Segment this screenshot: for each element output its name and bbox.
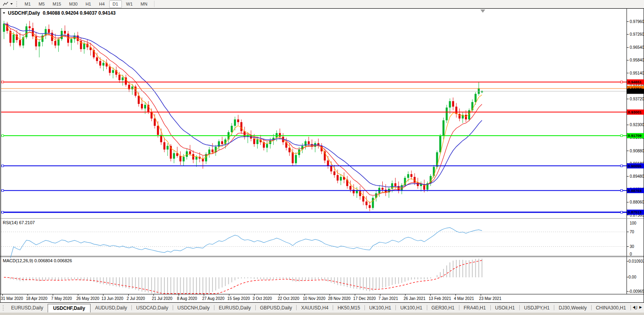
tab-audusd-daily-2[interactable]: AUDUSD,Daily xyxy=(91,303,131,312)
svg-text:10 Nov 2020: 10 Nov 2020 xyxy=(303,296,326,301)
tab-eurusd-daily-5[interactable]: EURUSD,Daily xyxy=(214,303,255,312)
svg-text:0.87513: 0.87513 xyxy=(628,210,642,214)
svg-text:7 May 2020: 7 May 2020 xyxy=(51,296,72,301)
svg-text:21 Jul 2020: 21 Jul 2020 xyxy=(152,296,172,301)
svg-text:0.90055: 0.90055 xyxy=(628,164,642,168)
tab-uk100-h1-10[interactable]: UK100,H1 xyxy=(396,303,426,312)
svg-text:3 Oct 2020: 3 Oct 2020 xyxy=(253,296,272,301)
svg-text:23 Mar 2021: 23 Mar 2021 xyxy=(479,296,502,301)
svg-text:0: 0 xyxy=(630,252,632,256)
tab-scroll-right-icon[interactable]: ► xyxy=(638,305,643,309)
ohlc-values: 0.94088 0.94204 0.94037 0.94143 xyxy=(43,10,116,16)
svg-text:15 Sep 2020: 15 Sep 2020 xyxy=(228,296,250,301)
tab-dj30-weekly-15[interactable]: DJ30,Weekly xyxy=(554,303,591,312)
chart-dropdown-icon[interactable] xyxy=(3,12,5,14)
svg-text:13 Feb 2021: 13 Feb 2021 xyxy=(429,296,451,301)
tab-eurusd-daily-0[interactable]: EURUSD,Daily xyxy=(7,303,48,312)
svg-text:0.91709: 0.91709 xyxy=(628,133,642,138)
svg-text:0.94143: 0.94143 xyxy=(628,89,642,94)
svg-text:0.95840: 0.95840 xyxy=(630,58,644,62)
svg-text:8 Aug 2020: 8 Aug 2020 xyxy=(177,296,197,301)
svg-text:0.96540: 0.96540 xyxy=(630,45,644,50)
tab-usdjpy-h1-14[interactable]: USDJPY,H1 xyxy=(520,303,554,312)
tab-hk50-m15-8[interactable]: HK50,M15 xyxy=(333,303,364,312)
svg-text:7 Jan 2021: 7 Jan 2021 xyxy=(378,296,398,301)
chart-title: USDCHF,Daily 0.94088 0.94204 0.94037 0.9… xyxy=(3,10,116,16)
tab-usdcnh-daily-4[interactable]: USDCNH,Daily xyxy=(173,303,214,312)
svg-text:27 Aug 2020: 27 Aug 2020 xyxy=(202,296,225,301)
price-chart-canvas: 0.979600.972600.965400.958400.951400.944… xyxy=(0,0,644,315)
tab-scroll-arrows: ◄ ► xyxy=(632,305,643,309)
rsi-indicator-label: RSI(14) 67.2107 xyxy=(3,220,35,225)
svg-text:18 Apr 2020: 18 Apr 2020 xyxy=(26,296,47,301)
tab-ger30-h1-11[interactable]: GER30,H1 xyxy=(427,303,459,312)
svg-text:0.94651: 0.94651 xyxy=(628,80,642,84)
svg-text:0.88060: 0.88060 xyxy=(630,200,644,204)
svg-text:0.89480: 0.89480 xyxy=(630,174,644,179)
tab-uk100-h1-9[interactable]: UK100,H1 xyxy=(365,303,395,312)
macd-indicator-label: MACD(12,26,9) 0.006804 0.006826 xyxy=(3,258,72,263)
svg-text:13 Jun 2020: 13 Jun 2020 xyxy=(102,296,123,301)
svg-text:70: 70 xyxy=(630,230,634,234)
svg-text:0.88703: 0.88703 xyxy=(628,188,642,193)
svg-text:0.93001: 0.93001 xyxy=(628,110,642,114)
svg-text:17 Dec 2020: 17 Dec 2020 xyxy=(353,296,376,301)
tabbar-grip xyxy=(3,305,5,311)
svg-text:0.95140: 0.95140 xyxy=(630,71,644,75)
tab-china300-h1-16[interactable]: CHINA300,H1 xyxy=(592,303,631,312)
svg-text:0.92300: 0.92300 xyxy=(630,123,644,127)
svg-text:0.010933: 0.010933 xyxy=(629,259,644,263)
svg-text:-0.009653: -0.009653 xyxy=(629,289,644,294)
svg-text:4 Mar 2021: 4 Mar 2021 xyxy=(454,296,474,301)
svg-text:100: 100 xyxy=(630,221,636,225)
chart-tabs: EURUSD,DailyUSDCHF,DailyAUDUSD,DailyUSDC… xyxy=(0,303,644,313)
svg-text:0.97260: 0.97260 xyxy=(630,32,644,36)
window-bottom-strip xyxy=(0,313,644,315)
chart-window-frame xyxy=(0,9,644,303)
svg-text:0.97960: 0.97960 xyxy=(630,19,644,24)
svg-text:0.90880: 0.90880 xyxy=(630,149,644,153)
svg-text:0.93720: 0.93720 xyxy=(630,97,644,101)
svg-text:22 Oct 2020: 22 Oct 2020 xyxy=(278,296,299,301)
svg-text:31 Mar 2020: 31 Mar 2020 xyxy=(1,296,23,301)
tab-usoil-h1-13[interactable]: USOil,H1 xyxy=(491,303,519,312)
tab-fra40-h1-12[interactable]: FRA40,H1 xyxy=(459,303,490,312)
svg-text:2 Jul 2020: 2 Jul 2020 xyxy=(127,296,145,301)
tab-scroll-left-icon[interactable]: ◄ xyxy=(632,305,636,309)
svg-text:30: 30 xyxy=(630,244,634,249)
svg-text:0.00: 0.00 xyxy=(629,275,636,279)
tab-gbpusd-daily-6[interactable]: GBPUSD,Daily xyxy=(256,303,297,312)
symbol-label: USDCHF,Daily xyxy=(8,10,40,16)
svg-text:26 May 2020: 26 May 2020 xyxy=(76,296,99,301)
tab-usdchf-daily-1[interactable]: USDCHF,Daily xyxy=(48,304,91,313)
svg-text:26 Jan 2021: 26 Jan 2021 xyxy=(403,296,425,301)
tab-xauusd-h4-7[interactable]: XAUUSD,H4 xyxy=(297,303,333,312)
tab-usdcad-daily-3[interactable]: USDCAD,Daily xyxy=(132,303,173,312)
svg-text:28 Nov 2020: 28 Nov 2020 xyxy=(328,296,351,301)
